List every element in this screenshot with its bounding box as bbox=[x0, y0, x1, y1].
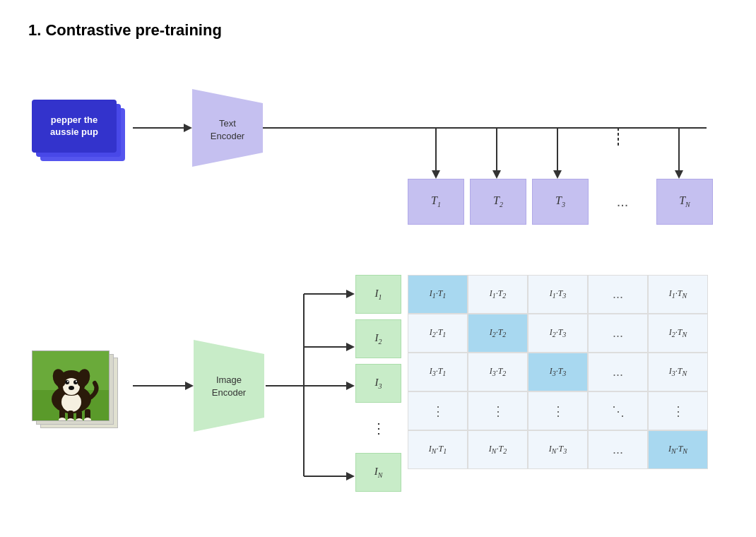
matrix-cell-d-n: ⋮ bbox=[648, 391, 708, 430]
i-col-1: I1 bbox=[355, 275, 401, 314]
i-col-2: I2 bbox=[355, 319, 401, 358]
matrix-cell-3-3: I3·T3 bbox=[528, 353, 588, 391]
matrix-row-dots: ⋮ ⋮ ⋮ ⋱ ⋮ bbox=[408, 391, 708, 430]
svg-marker-14 bbox=[185, 382, 194, 390]
svg-marker-22 bbox=[346, 382, 355, 390]
svg-point-38 bbox=[69, 386, 74, 390]
main-container: 1. Contrastive pre-training bbox=[0, 0, 756, 537]
matrix-cell-1-n: I1·TN bbox=[648, 275, 708, 314]
matrix-row-3: I3·T1 I3·T2 I3·T3 ... I3·TN bbox=[408, 353, 708, 391]
i-col-dots: ⋮ bbox=[355, 408, 401, 447]
svg-marker-20 bbox=[346, 343, 355, 351]
dog-image bbox=[32, 350, 110, 421]
matrix-grid: I1·T1 I1·T2 I1·T3 ... I1·TN I2·T1 I2·T2 … bbox=[408, 275, 708, 469]
i-columns: I1 I2 I3 ⋮ IN bbox=[355, 275, 401, 492]
svg-marker-8 bbox=[553, 170, 562, 179]
matrix-cell-n-n: IN·TN bbox=[648, 430, 708, 469]
matrix-cell-2-3: I2·T3 bbox=[528, 314, 588, 353]
matrix-cell-2-dots: ... bbox=[588, 314, 648, 353]
page-title: 1. Contrastive pre-training bbox=[28, 21, 728, 40]
t-col-dots: ... bbox=[594, 179, 651, 225]
matrix-cell-n-2: IN·T2 bbox=[468, 430, 528, 469]
t-col-1: T1 bbox=[408, 179, 464, 225]
t-columns: T1 T2 T3 ... TN bbox=[408, 179, 713, 225]
matrix-cell-1-dots: ... bbox=[588, 275, 648, 314]
matrix-cell-d-1: ⋮ bbox=[408, 391, 468, 430]
matrix-cell-n-dots: ... bbox=[588, 430, 648, 469]
svg-marker-18 bbox=[346, 290, 355, 298]
text-input-stack: pepper the aussie pup bbox=[32, 100, 166, 163]
text-encoder-label: Text Encoder bbox=[199, 117, 256, 143]
matrix-cell-d-dots: ⋱ bbox=[588, 391, 648, 430]
i-col-n: IN bbox=[355, 453, 401, 492]
matrix-row-2: I2·T1 I2·T2 I2·T3 ... I2·TN bbox=[408, 314, 708, 353]
matrix-cell-n-3: IN·T3 bbox=[528, 430, 588, 469]
svg-marker-10 bbox=[675, 170, 683, 179]
matrix-cell-n-1: IN·T1 bbox=[408, 430, 468, 469]
text-input-label: pepper the aussie pup bbox=[37, 114, 111, 138]
t-col-2: T2 bbox=[470, 179, 526, 225]
svg-point-37 bbox=[76, 381, 77, 382]
i-col-3: I3 bbox=[355, 364, 401, 403]
svg-marker-6 bbox=[492, 170, 501, 179]
image-encoder: Image Encoder bbox=[194, 333, 271, 439]
matrix-cell-3-1: I3·T1 bbox=[408, 353, 468, 391]
matrix-cell-2-2: I2·T2 bbox=[468, 314, 528, 353]
matrix-cell-1-2: I1·T2 bbox=[468, 275, 528, 314]
matrix-row-n: IN·T1 IN·T2 IN·T3 ... IN·TN bbox=[408, 430, 708, 469]
matrix-cell-3-n: I3·TN bbox=[648, 353, 708, 391]
t-col-n: TN bbox=[656, 179, 713, 225]
matrix-cell-2-n: I2·TN bbox=[648, 314, 708, 353]
matrix-cell-d-3: ⋮ bbox=[528, 391, 588, 430]
matrix-cell-1-3: I1·T3 bbox=[528, 275, 588, 314]
text-encoder: Text Encoder bbox=[192, 82, 263, 174]
matrix-cell-3-dots: ... bbox=[588, 353, 648, 391]
svg-point-36 bbox=[67, 381, 69, 382]
matrix-cell-1-1: I1·T1 bbox=[408, 275, 468, 314]
t-col-3: T3 bbox=[532, 179, 589, 225]
matrix-cell-2-1: I2·T1 bbox=[408, 314, 468, 353]
matrix-cell-3-2: I3·T2 bbox=[468, 353, 528, 391]
svg-marker-1 bbox=[184, 124, 192, 132]
matrix-cell-d-2: ⋮ bbox=[468, 391, 528, 430]
svg-marker-4 bbox=[432, 170, 440, 179]
diagram-area: pepper the aussie pup Text Encoder T1 T2… bbox=[28, 61, 735, 537]
text-card-front: pepper the aussie pup bbox=[32, 100, 117, 153]
matrix-row-1: I1·T1 I1·T2 I1·T3 ... I1·TN bbox=[408, 275, 708, 314]
svg-point-35 bbox=[73, 380, 78, 384]
svg-marker-24 bbox=[346, 472, 355, 480]
image-encoder-label: Image Encoder bbox=[201, 374, 257, 399]
svg-point-34 bbox=[65, 380, 69, 384]
